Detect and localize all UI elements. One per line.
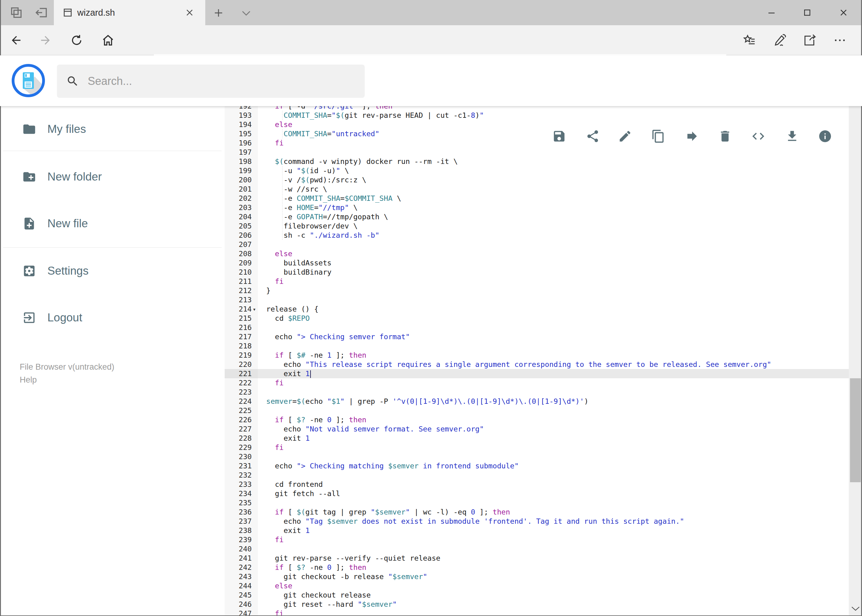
maximize-button[interactable] xyxy=(794,0,821,25)
page-scrollbar[interactable] xyxy=(849,55,862,616)
code-line[interactable]: 240 xyxy=(225,544,849,553)
code-line[interactable]: 203 -e HOME="//tmp" \ xyxy=(225,203,849,212)
code-line[interactable]: 243 git checkout -b release "$semver" xyxy=(225,572,849,581)
move-button[interactable] xyxy=(685,129,699,143)
filebrowser-logo[interactable] xyxy=(12,64,45,97)
download-button[interactable] xyxy=(785,129,799,143)
code-line[interactable]: 217 echo "> Checking semver format" xyxy=(225,332,849,341)
hub-favorites-icon[interactable] xyxy=(742,33,756,47)
tab-list-chevron-icon[interactable] xyxy=(241,9,252,17)
code-line[interactable]: 219 if [ $# -ne 1 ]; then xyxy=(225,350,849,360)
code-line[interactable]: 216 xyxy=(225,323,849,332)
code-line[interactable]: 241 git rev-parse --verify --quiet relea… xyxy=(225,553,849,563)
code-line[interactable]: 197 xyxy=(225,148,849,157)
save-button[interactable] xyxy=(552,129,566,143)
code-line[interactable]: 202 -e COMMIT_SHA=$COMMIT_SHA \ xyxy=(225,194,849,203)
help-link[interactable]: Help xyxy=(20,375,37,385)
forward-button[interactable] xyxy=(39,33,53,47)
code-line[interactable]: 221 exit 1 xyxy=(225,369,849,378)
code-lines: 192 if [ -d "/src/.git" ]; then193 COMMI… xyxy=(225,106,849,616)
fold-arrow-icon[interactable]: ▾ xyxy=(253,305,256,314)
code-line[interactable]: 215 cd $REPO xyxy=(225,314,849,323)
code-line[interactable]: 206 sh -c "./wizard.sh -b" xyxy=(225,231,849,240)
delete-button[interactable] xyxy=(718,129,732,143)
code-line[interactable]: 230 xyxy=(225,452,849,461)
sidebar-item-new-folder[interactable]: New folder xyxy=(0,162,225,192)
new-tab-button[interactable] xyxy=(213,7,224,19)
code-line[interactable]: 225 xyxy=(225,406,849,415)
code-line[interactable]: 213 xyxy=(225,295,849,305)
code-line[interactable]: 229 fi xyxy=(225,443,849,452)
code-line[interactable]: 214▾release () { xyxy=(225,305,849,314)
code-line[interactable]: 200 -v /$(pwd):/src:z \ xyxy=(225,175,849,184)
code-line[interactable]: 205 filebrowser/dev \ xyxy=(225,222,849,231)
code-line[interactable]: 242 if [ $? -ne 0 ]; then xyxy=(225,563,849,572)
line-number: 200 xyxy=(225,175,258,184)
code-line[interactable]: 192 if [ -d "/src/.git" ]; then xyxy=(225,106,849,111)
code-line[interactable]: 233 cd frontend xyxy=(225,480,849,489)
code-line[interactable]: 245 git checkout release xyxy=(225,591,849,600)
close-button[interactable] xyxy=(830,0,857,25)
sidebar-item-my-files[interactable]: My files xyxy=(0,115,225,144)
app-version-text: File Browser v(untracked) xyxy=(20,362,115,372)
code-line[interactable]: 235 xyxy=(225,498,849,508)
code-line[interactable]: 212} xyxy=(225,286,849,295)
search-input[interactable]: Search... xyxy=(57,64,365,98)
edit-button[interactable] xyxy=(618,129,632,143)
code-line[interactable]: 201 -w //src \ xyxy=(225,184,849,194)
refresh-button[interactable] xyxy=(69,33,84,47)
code-line[interactable]: 199 -u "$(id -u)" \ xyxy=(225,166,849,175)
code-line[interactable]: 236 if [ $(git tag | grep "$semver" | wc… xyxy=(225,508,849,517)
code-line[interactable]: 210 buildBinary xyxy=(225,267,849,277)
share-file-button[interactable] xyxy=(586,129,600,143)
code-line[interactable]: 238 exit 1 xyxy=(225,526,849,535)
code-line[interactable]: 224semver=$(echo "$1" | grep -P '^v(0|[1… xyxy=(225,397,849,406)
code-line[interactable]: 228 exit 1 xyxy=(225,434,849,443)
more-options-icon[interactable] xyxy=(833,33,847,47)
minimize-button[interactable] xyxy=(758,0,785,25)
scroll-down-icon[interactable] xyxy=(851,605,860,612)
sidebar-item-logout[interactable]: Logout xyxy=(0,303,225,332)
code-line[interactable]: 207 xyxy=(225,240,849,249)
code-line[interactable]: 194 else xyxy=(225,120,849,129)
code-line[interactable]: 246 git reset --hard "$semver" xyxy=(225,600,849,609)
code-line[interactable]: 222 fi xyxy=(225,378,849,388)
code-view-button[interactable] xyxy=(751,129,765,143)
scrollbar-thumb[interactable] xyxy=(850,378,861,482)
code-line[interactable]: 218 xyxy=(225,341,849,350)
share-icon[interactable] xyxy=(803,33,817,47)
code-line[interactable]: 247 fi xyxy=(225,609,849,616)
code-line[interactable]: 232 xyxy=(225,470,849,480)
web-note-icon[interactable] xyxy=(773,33,787,47)
line-number: 208 xyxy=(225,249,258,258)
code-line[interactable]: 204 -e GOPATH=//tmp/gopath \ xyxy=(225,212,849,222)
code-line[interactable]: 231 echo "> Checking matching $semver in… xyxy=(225,461,849,470)
back-button[interactable] xyxy=(9,33,22,47)
code-line[interactable]: 193 COMMIT_SHA="$(git rev-parse HEAD | c… xyxy=(225,111,849,120)
code-line[interactable]: 234 git fetch --all xyxy=(225,489,849,498)
browser-tab[interactable]: wizard.sh xyxy=(54,0,205,25)
code-line[interactable]: 227 echo "Not valid semver format. See s… xyxy=(225,424,849,434)
code-line[interactable]: 226 if [ $? -ne 0 ]; then xyxy=(225,415,849,424)
code-line[interactable]: 244 else xyxy=(225,581,849,591)
code-line[interactable]: 239 fi xyxy=(225,535,849,544)
code-line[interactable]: 209 buildAssets xyxy=(225,258,849,267)
code-line[interactable]: 223 xyxy=(225,388,849,397)
home-button[interactable] xyxy=(101,33,115,47)
code-line[interactable]: 208 else xyxy=(225,249,849,258)
set-tabs-aside-icon[interactable] xyxy=(35,6,49,20)
code-line[interactable]: 237 echo "Tag $semver does not exist in … xyxy=(225,517,849,526)
sidebar-item-settings[interactable]: Settings xyxy=(0,256,225,286)
code-editor[interactable]: 192 if [ -d "/src/.git" ]; then193 COMMI… xyxy=(225,106,849,616)
info-button[interactable] xyxy=(818,129,832,143)
line-number: 201 xyxy=(225,184,258,194)
copy-button[interactable] xyxy=(651,129,665,143)
code-line[interactable]: 198 $(command -v winpty) docker run --rm… xyxy=(225,157,849,166)
tab-close-icon[interactable] xyxy=(185,8,194,17)
tab-preview-icon[interactable] xyxy=(9,6,24,20)
code-line[interactable]: 211 fi xyxy=(225,277,849,286)
sidebar-item-new-file[interactable]: New file xyxy=(0,209,225,238)
line-number: 222 xyxy=(225,378,258,388)
line-number: 193 xyxy=(225,111,258,120)
code-line[interactable]: 220 echo "This release script requires a… xyxy=(225,360,849,369)
